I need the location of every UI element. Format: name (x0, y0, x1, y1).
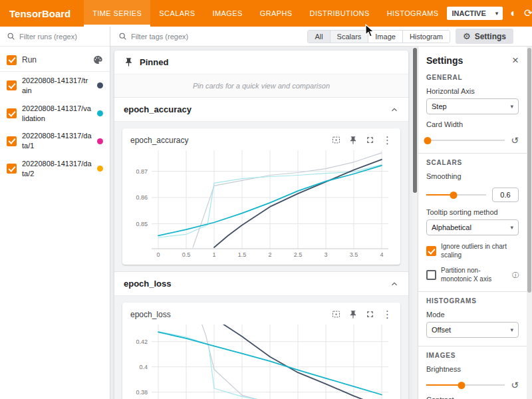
run-row-data-1[interactable]: 20220808-141317/data/1 (0, 127, 110, 155)
filter-tags-input[interactable] (131, 33, 302, 41)
run-checkbox[interactable] (7, 108, 17, 118)
horizontal-axis-select[interactable]: Step ▾ (426, 98, 519, 114)
filter-all-button[interactable]: All (308, 31, 330, 43)
run-color-dot[interactable] (97, 166, 103, 172)
runs-header-label: Run (22, 55, 87, 65)
run-row-validation[interactable]: 20220808-141317/validation (0, 100, 110, 128)
epoch-loss-chart[interactable]: 00.511.522.533.540.360.380.40.42 (128, 321, 395, 399)
brightness-label: Brightness (426, 365, 519, 373)
run-color-dot[interactable] (97, 82, 103, 88)
refresh-icon[interactable]: ⟳ (524, 8, 532, 19)
card-title: epoch_loss (130, 310, 171, 319)
main-scrollbar[interactable] (412, 47, 418, 399)
tab-graphs[interactable]: GRAPHS (251, 0, 301, 27)
divider (418, 346, 527, 346)
run-checkbox[interactable] (7, 136, 17, 146)
settings-button-label: Settings (475, 32, 506, 41)
run-row-data-2[interactable]: 20220808-141317/data/2 (0, 155, 110, 183)
tab-histograms[interactable]: HISTOGRAMS (378, 0, 448, 27)
pinned-hint-text: Pin cards for a quick view and compariso… (114, 74, 408, 98)
ignore-outliers-checkbox[interactable] (426, 246, 436, 256)
svg-text:0: 0 (157, 251, 160, 258)
fullscreen-icon[interactable] (365, 135, 375, 145)
filter-runs-input[interactable] (19, 33, 103, 41)
pin-icon (124, 57, 134, 67)
main-nav: TIME SERIES SCALARS IMAGES GRAPHS DISTRI… (84, 0, 447, 27)
pin-icon[interactable] (348, 310, 358, 319)
run-checkbox[interactable] (7, 80, 17, 90)
slider-thumb[interactable] (424, 137, 432, 144)
svg-text:0.87: 0.87 (136, 168, 148, 175)
smoothing-slider[interactable] (426, 191, 486, 200)
card-width-reset-icon[interactable]: ↺ (511, 136, 519, 145)
tab-distributions[interactable]: DISTRIBUTIONS (301, 0, 378, 27)
close-icon[interactable]: × (512, 55, 519, 66)
section-epoch-accuracy[interactable]: epoch_accuracy (114, 98, 408, 122)
data-status-select[interactable]: INACTIVE ▾ (447, 7, 503, 20)
more-options-icon[interactable]: ⋮ (382, 309, 392, 319)
run-color-dot[interactable] (97, 110, 103, 116)
tags-toolbar: All Scalars Image Histogram ⚙ Settings (110, 27, 532, 47)
chevron-down-icon: ▾ (510, 103, 513, 110)
cards-container: Pinned Pin cards for a quick view and co… (114, 51, 408, 399)
settings-scrollbar[interactable] (527, 47, 532, 399)
chevron-up-icon[interactable] (390, 105, 399, 114)
section-epoch-loss[interactable]: epoch_loss (114, 272, 408, 296)
search-icon (118, 32, 127, 41)
chevron-down-icon: ▾ (510, 224, 513, 231)
brightness-reset-icon[interactable]: ↺ (511, 380, 519, 390)
contrast-label: Contrast (426, 396, 519, 399)
more-options-icon[interactable]: ⋮ (382, 135, 392, 145)
chevron-up-icon[interactable] (390, 279, 399, 289)
theme-toggle-icon[interactable]: ◐ (510, 8, 517, 19)
filter-histogram-button[interactable]: Histogram (403, 31, 450, 43)
info-icon[interactable]: ⓘ (512, 271, 519, 280)
scrollbar-thumb[interactable] (413, 48, 417, 193)
card-width-slider[interactable] (426, 136, 505, 145)
app-header: TensorBoard TIME SERIES SCALARS IMAGES G… (0, 0, 532, 27)
tab-images[interactable]: IMAGES (203, 0, 251, 27)
tab-scalars[interactable]: SCALARS (150, 0, 203, 27)
status-value: INACTIVE (452, 9, 485, 17)
fit-selection-icon[interactable] (331, 135, 341, 145)
slider-thumb[interactable] (450, 192, 457, 199)
run-color-dot[interactable] (97, 138, 103, 144)
general-section-label: GENERAL (426, 74, 519, 81)
scrollbar-thumb[interactable] (527, 48, 531, 293)
runs-list-header: Run (0, 47, 110, 72)
svg-text:0.5: 0.5 (182, 251, 191, 258)
partition-x-axis-label: Partition non-monotonic X axis (441, 267, 507, 283)
svg-text:0.4: 0.4 (139, 364, 148, 370)
run-label: 20220808-141317/train (22, 76, 92, 96)
filter-image-button[interactable]: Image (368, 31, 403, 43)
fit-selection-icon[interactable] (331, 309, 341, 319)
palette-icon[interactable] (92, 55, 103, 65)
run-label: 20220808-141317/validation (22, 104, 92, 124)
runs-sidebar: Run 20220808-141317/train 20220808-14131… (0, 27, 110, 399)
fullscreen-icon[interactable] (365, 309, 375, 319)
tag-type-filter-group: All Scalars Image Histogram (307, 30, 450, 43)
tooltip-sorting-value: Alphabetical (432, 223, 471, 231)
brightness-slider[interactable] (426, 381, 505, 390)
smoothing-input[interactable] (492, 188, 519, 202)
horizontal-axis-value: Step (432, 102, 447, 110)
pin-icon[interactable] (348, 136, 358, 145)
svg-text:0.42: 0.42 (136, 338, 148, 345)
slider-thumb[interactable] (458, 382, 466, 389)
histogram-mode-select[interactable]: Offset ▾ (426, 322, 519, 338)
select-all-runs-checkbox[interactable] (7, 55, 17, 65)
svg-text:2: 2 (268, 251, 271, 258)
card-title: epoch_accuracy (130, 136, 188, 145)
run-row-train[interactable]: 20220808-141317/train (0, 72, 110, 100)
svg-text:4: 4 (380, 251, 383, 258)
partition-x-axis-checkbox[interactable] (426, 270, 436, 280)
tab-time-series[interactable]: TIME SERIES (84, 0, 150, 27)
svg-text:0.38: 0.38 (136, 389, 148, 396)
settings-button[interactable]: ⚙ Settings (456, 29, 513, 44)
tooltip-sorting-select[interactable]: Alphabetical ▾ (426, 219, 519, 235)
app-logo: TensorBoard (0, 0, 84, 27)
run-checkbox[interactable] (7, 164, 17, 174)
epoch-accuracy-chart[interactable]: 00.511.522.533.540.850.860.87 (128, 146, 395, 259)
filter-scalars-button[interactable]: Scalars (331, 31, 369, 43)
horizontal-axis-label: Horizontal Axis (426, 87, 519, 95)
